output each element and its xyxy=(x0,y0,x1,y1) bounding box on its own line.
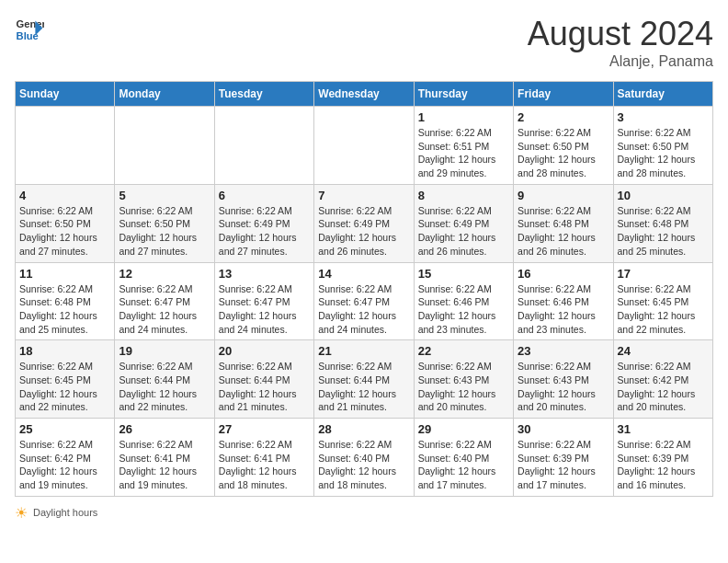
logo: General Blue xyxy=(15,15,44,44)
day-info: Sunrise: 6:22 AMSunset: 6:50 PMDaylight:… xyxy=(618,126,709,180)
calendar-cell: 17Sunrise: 6:22 AMSunset: 6:45 PMDayligh… xyxy=(613,262,712,340)
day-number: 27 xyxy=(219,422,310,436)
day-info: Sunrise: 6:22 AMSunset: 6:43 PMDaylight:… xyxy=(518,360,609,414)
weekday-wednesday: Wednesday xyxy=(314,82,414,107)
sun-icon: ☀ xyxy=(15,504,28,522)
title-area: August 2024 Alanje, Panama xyxy=(528,15,713,70)
day-info: Sunrise: 6:22 AMSunset: 6:46 PMDaylight:… xyxy=(418,282,509,337)
day-info: Sunrise: 6:22 AMSunset: 6:43 PMDaylight:… xyxy=(418,360,509,414)
day-info: Sunrise: 6:22 AMSunset: 6:48 PMDaylight:… xyxy=(618,204,709,259)
day-number: 31 xyxy=(618,422,709,436)
day-info: Sunrise: 6:22 AMSunset: 6:40 PMDaylight:… xyxy=(418,438,509,492)
calendar-cell: 24Sunrise: 6:22 AMSunset: 6:42 PMDayligh… xyxy=(613,340,712,419)
weekday-header-row: SundayMondayTuesdayWednesdayThursdayFrid… xyxy=(16,82,713,107)
day-info: Sunrise: 6:22 AMSunset: 6:44 PMDaylight:… xyxy=(119,360,210,414)
calendar-cell: 10Sunrise: 6:22 AMSunset: 6:48 PMDayligh… xyxy=(613,184,712,262)
calendar-cell: 20Sunrise: 6:22 AMSunset: 6:44 PMDayligh… xyxy=(214,340,313,419)
day-number: 7 xyxy=(318,189,409,202)
calendar-cell: 19Sunrise: 6:22 AMSunset: 6:44 PMDayligh… xyxy=(115,340,214,419)
day-number: 4 xyxy=(19,189,110,202)
week-row-3: 18Sunrise: 6:22 AMSunset: 6:45 PMDayligh… xyxy=(16,340,713,419)
calendar-cell: 18Sunrise: 6:22 AMSunset: 6:45 PMDayligh… xyxy=(16,340,115,419)
month-title: August 2024 xyxy=(528,15,713,53)
day-number: 12 xyxy=(119,267,210,281)
calendar-cell xyxy=(115,107,214,185)
day-number: 28 xyxy=(318,422,409,436)
weekday-sunday: Sunday xyxy=(16,82,115,107)
calendar-cell: 22Sunrise: 6:22 AMSunset: 6:43 PMDayligh… xyxy=(414,340,513,419)
calendar-cell: 4Sunrise: 6:22 AMSunset: 6:50 PMDaylight… xyxy=(16,184,115,262)
calendar-table: SundayMondayTuesdayWednesdayThursdayFrid… xyxy=(15,81,713,497)
weekday-tuesday: Tuesday xyxy=(214,82,313,107)
week-row-4: 25Sunrise: 6:22 AMSunset: 6:42 PMDayligh… xyxy=(16,419,713,497)
day-number: 5 xyxy=(119,189,210,202)
calendar-cell: 5Sunrise: 6:22 AMSunset: 6:50 PMDaylight… xyxy=(115,184,214,262)
calendar-cell xyxy=(214,107,313,185)
day-number: 14 xyxy=(318,267,409,281)
day-number: 6 xyxy=(219,189,310,202)
day-number: 26 xyxy=(119,422,210,436)
header: General Blue August 2024 Alanje, Panama xyxy=(15,15,713,70)
day-number: 21 xyxy=(318,344,409,358)
calendar-body: 1Sunrise: 6:22 AMSunset: 6:51 PMDaylight… xyxy=(16,107,713,497)
day-number: 10 xyxy=(618,189,709,202)
day-info: Sunrise: 6:22 AMSunset: 6:49 PMDaylight:… xyxy=(318,204,409,259)
week-row-1: 4Sunrise: 6:22 AMSunset: 6:50 PMDaylight… xyxy=(16,184,713,262)
day-info: Sunrise: 6:22 AMSunset: 6:47 PMDaylight:… xyxy=(318,282,409,337)
day-number: 13 xyxy=(219,267,310,281)
calendar-cell: 11Sunrise: 6:22 AMSunset: 6:48 PMDayligh… xyxy=(16,262,115,340)
day-number: 8 xyxy=(418,189,509,202)
day-number: 19 xyxy=(119,344,210,358)
calendar-cell: 13Sunrise: 6:22 AMSunset: 6:47 PMDayligh… xyxy=(214,262,313,340)
day-number: 1 xyxy=(418,110,509,124)
day-info: Sunrise: 6:22 AMSunset: 6:42 PMDaylight:… xyxy=(19,438,110,492)
day-number: 24 xyxy=(618,344,709,358)
day-info: Sunrise: 6:22 AMSunset: 6:50 PMDaylight:… xyxy=(518,126,609,180)
calendar-cell xyxy=(314,107,414,185)
week-row-0: 1Sunrise: 6:22 AMSunset: 6:51 PMDaylight… xyxy=(16,107,713,185)
day-info: Sunrise: 6:22 AMSunset: 6:41 PMDaylight:… xyxy=(219,438,310,492)
day-number: 22 xyxy=(418,344,509,358)
calendar-cell: 28Sunrise: 6:22 AMSunset: 6:40 PMDayligh… xyxy=(314,419,414,497)
day-info: Sunrise: 6:22 AMSunset: 6:39 PMDaylight:… xyxy=(618,438,709,492)
day-info: Sunrise: 6:22 AMSunset: 6:47 PMDaylight:… xyxy=(119,282,210,337)
day-info: Sunrise: 6:22 AMSunset: 6:46 PMDaylight:… xyxy=(518,282,609,337)
day-number: 30 xyxy=(518,422,609,436)
day-info: Sunrise: 6:22 AMSunset: 6:47 PMDaylight:… xyxy=(219,282,310,337)
calendar-cell: 7Sunrise: 6:22 AMSunset: 6:49 PMDaylight… xyxy=(314,184,414,262)
calendar-cell xyxy=(16,107,115,185)
day-info: Sunrise: 6:22 AMSunset: 6:48 PMDaylight:… xyxy=(518,204,609,259)
day-info: Sunrise: 6:22 AMSunset: 6:39 PMDaylight:… xyxy=(518,438,609,492)
day-info: Sunrise: 6:22 AMSunset: 6:45 PMDaylight:… xyxy=(19,360,110,414)
svg-text:Blue: Blue xyxy=(17,30,39,41)
calendar-cell: 15Sunrise: 6:22 AMSunset: 6:46 PMDayligh… xyxy=(414,262,513,340)
day-info: Sunrise: 6:22 AMSunset: 6:41 PMDaylight:… xyxy=(119,438,210,492)
day-number: 25 xyxy=(19,422,110,436)
day-info: Sunrise: 6:22 AMSunset: 6:45 PMDaylight:… xyxy=(618,282,709,337)
day-number: 20 xyxy=(219,344,310,358)
day-info: Sunrise: 6:22 AMSunset: 6:50 PMDaylight:… xyxy=(19,204,110,259)
day-info: Sunrise: 6:22 AMSunset: 6:51 PMDaylight:… xyxy=(418,126,509,180)
weekday-monday: Monday xyxy=(115,82,214,107)
day-info: Sunrise: 6:22 AMSunset: 6:44 PMDaylight:… xyxy=(318,360,409,414)
calendar-cell: 31Sunrise: 6:22 AMSunset: 6:39 PMDayligh… xyxy=(613,419,712,497)
day-number: 11 xyxy=(19,267,110,281)
day-number: 3 xyxy=(618,110,709,124)
logo-icon: General Blue xyxy=(15,15,44,44)
calendar-cell: 25Sunrise: 6:22 AMSunset: 6:42 PMDayligh… xyxy=(16,419,115,497)
weekday-saturday: Saturday xyxy=(613,82,712,107)
day-info: Sunrise: 6:22 AMSunset: 6:40 PMDaylight:… xyxy=(318,438,409,492)
calendar-cell: 8Sunrise: 6:22 AMSunset: 6:49 PMDaylight… xyxy=(414,184,513,262)
day-info: Sunrise: 6:22 AMSunset: 6:48 PMDaylight:… xyxy=(19,282,110,337)
day-number: 2 xyxy=(518,110,609,124)
footer: ☀ Daylight hours xyxy=(15,504,713,522)
day-number: 16 xyxy=(518,267,609,281)
calendar-cell: 9Sunrise: 6:22 AMSunset: 6:48 PMDaylight… xyxy=(514,184,613,262)
day-info: Sunrise: 6:22 AMSunset: 6:50 PMDaylight:… xyxy=(119,204,210,259)
day-number: 9 xyxy=(518,189,609,202)
calendar-cell: 12Sunrise: 6:22 AMSunset: 6:47 PMDayligh… xyxy=(115,262,214,340)
day-number: 17 xyxy=(618,267,709,281)
calendar-cell: 14Sunrise: 6:22 AMSunset: 6:47 PMDayligh… xyxy=(314,262,414,340)
calendar-cell: 23Sunrise: 6:22 AMSunset: 6:43 PMDayligh… xyxy=(514,340,613,419)
calendar-cell: 26Sunrise: 6:22 AMSunset: 6:41 PMDayligh… xyxy=(115,419,214,497)
